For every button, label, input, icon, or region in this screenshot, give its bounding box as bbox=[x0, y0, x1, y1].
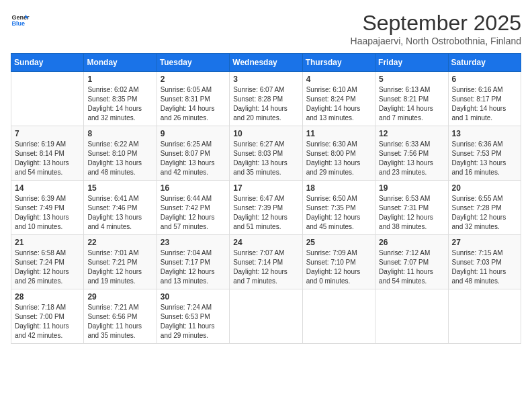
day-info: Sunrise: 7:21 AM Sunset: 6:56 PM Dayligh… bbox=[87, 303, 152, 340]
day-header-monday: Monday bbox=[84, 54, 157, 72]
calendar-cell bbox=[375, 289, 448, 344]
week-row-2: 7Sunrise: 6:19 AM Sunset: 8:14 PM Daylig… bbox=[11, 126, 521, 181]
day-header-thursday: Thursday bbox=[302, 54, 375, 72]
calendar-cell: 26Sunrise: 7:12 AM Sunset: 7:07 PM Dayli… bbox=[375, 235, 448, 289]
day-number: 21 bbox=[15, 238, 80, 247]
calendar-cell: 23Sunrise: 7:04 AM Sunset: 7:17 PM Dayli… bbox=[157, 235, 229, 289]
day-number: 9 bbox=[161, 129, 226, 138]
day-info: Sunrise: 6:07 AM Sunset: 8:28 PM Dayligh… bbox=[233, 85, 298, 123]
day-number: 7 bbox=[15, 129, 80, 138]
calendar-cell bbox=[230, 289, 302, 344]
location-subtitle: Haapajaervi, North Ostrobothnia, Finland bbox=[351, 36, 521, 46]
week-row-5: 28Sunrise: 7:18 AM Sunset: 7:00 PM Dayli… bbox=[11, 289, 521, 344]
day-number: 24 bbox=[233, 238, 298, 247]
day-number: 6 bbox=[452, 75, 517, 84]
svg-text:Blue: Blue bbox=[11, 20, 25, 27]
calendar-cell: 19Sunrise: 6:53 AM Sunset: 7:31 PM Dayli… bbox=[375, 181, 448, 235]
day-number: 14 bbox=[15, 183, 80, 193]
day-info: Sunrise: 6:47 AM Sunset: 7:39 PM Dayligh… bbox=[233, 194, 298, 232]
day-info: Sunrise: 6:10 AM Sunset: 8:24 PM Dayligh… bbox=[306, 85, 371, 123]
calendar-cell: 17Sunrise: 6:47 AM Sunset: 7:39 PM Dayli… bbox=[230, 181, 302, 235]
calendar-cell: 9Sunrise: 6:25 AM Sunset: 8:07 PM Daylig… bbox=[157, 126, 229, 181]
calendar-cell bbox=[302, 289, 375, 344]
day-info: Sunrise: 6:53 AM Sunset: 7:31 PM Dayligh… bbox=[379, 194, 444, 232]
day-number: 8 bbox=[87, 129, 152, 138]
day-number: 19 bbox=[379, 183, 444, 193]
calendar-cell: 5Sunrise: 6:13 AM Sunset: 8:21 PM Daylig… bbox=[375, 72, 448, 126]
day-number: 28 bbox=[15, 292, 80, 302]
day-header-friday: Friday bbox=[375, 54, 448, 72]
calendar-cell: 7Sunrise: 6:19 AM Sunset: 8:14 PM Daylig… bbox=[11, 126, 84, 181]
calendar-cell: 14Sunrise: 6:39 AM Sunset: 7:49 PM Dayli… bbox=[11, 181, 84, 235]
day-info: Sunrise: 6:05 AM Sunset: 8:31 PM Dayligh… bbox=[161, 85, 226, 123]
day-info: Sunrise: 7:18 AM Sunset: 7:00 PM Dayligh… bbox=[15, 303, 80, 340]
day-info: Sunrise: 6:33 AM Sunset: 7:56 PM Dayligh… bbox=[379, 140, 444, 177]
calendar-cell: 13Sunrise: 6:36 AM Sunset: 7:53 PM Dayli… bbox=[448, 126, 521, 181]
day-header-sunday: Sunday bbox=[11, 54, 84, 72]
calendar-cell: 25Sunrise: 7:09 AM Sunset: 7:10 PM Dayli… bbox=[302, 235, 375, 289]
calendar-cell: 1Sunrise: 6:02 AM Sunset: 8:35 PM Daylig… bbox=[84, 72, 157, 126]
day-number: 13 bbox=[452, 129, 517, 138]
day-number: 10 bbox=[233, 129, 298, 138]
day-number: 18 bbox=[306, 183, 371, 193]
day-header-tuesday: Tuesday bbox=[157, 54, 229, 72]
day-info: Sunrise: 6:13 AM Sunset: 8:21 PM Dayligh… bbox=[379, 85, 444, 123]
day-info: Sunrise: 6:39 AM Sunset: 7:49 PM Dayligh… bbox=[15, 194, 80, 232]
calendar-table: SundayMondayTuesdayWednesdayThursdayFrid… bbox=[11, 53, 521, 344]
day-info: Sunrise: 7:01 AM Sunset: 7:21 PM Dayligh… bbox=[87, 248, 152, 286]
logo: General Blue bbox=[11, 11, 30, 30]
day-number: 17 bbox=[233, 183, 298, 193]
calendar-cell: 24Sunrise: 7:07 AM Sunset: 7:14 PM Dayli… bbox=[230, 235, 302, 289]
calendar-cell: 29Sunrise: 7:21 AM Sunset: 6:56 PM Dayli… bbox=[84, 289, 157, 344]
day-number: 25 bbox=[306, 238, 371, 247]
calendar-cell: 22Sunrise: 7:01 AM Sunset: 7:21 PM Dayli… bbox=[84, 235, 157, 289]
day-number: 2 bbox=[161, 75, 226, 84]
calendar-cell: 3Sunrise: 6:07 AM Sunset: 8:28 PM Daylig… bbox=[230, 72, 302, 126]
day-number: 5 bbox=[379, 75, 444, 84]
day-info: Sunrise: 6:41 AM Sunset: 7:46 PM Dayligh… bbox=[87, 194, 152, 232]
calendar-cell: 27Sunrise: 7:15 AM Sunset: 7:03 PM Dayli… bbox=[448, 235, 521, 289]
day-number: 12 bbox=[379, 129, 444, 138]
day-info: Sunrise: 6:16 AM Sunset: 8:17 PM Dayligh… bbox=[452, 85, 517, 123]
page-header: General Blue September 2025 Haapajaervi,… bbox=[11, 11, 521, 46]
calendar-cell bbox=[11, 72, 84, 126]
calendar-cell: 6Sunrise: 6:16 AM Sunset: 8:17 PM Daylig… bbox=[448, 72, 521, 126]
calendar-body: 1Sunrise: 6:02 AM Sunset: 8:35 PM Daylig… bbox=[11, 72, 521, 344]
day-number: 4 bbox=[306, 75, 371, 84]
calendar-cell: 12Sunrise: 6:33 AM Sunset: 7:56 PM Dayli… bbox=[375, 126, 448, 181]
day-number: 26 bbox=[379, 238, 444, 247]
day-number: 3 bbox=[233, 75, 298, 84]
calendar-cell: 20Sunrise: 6:55 AM Sunset: 7:28 PM Dayli… bbox=[448, 181, 521, 235]
day-info: Sunrise: 6:22 AM Sunset: 8:10 PM Dayligh… bbox=[87, 140, 152, 177]
day-header-saturday: Saturday bbox=[448, 54, 521, 72]
day-info: Sunrise: 7:15 AM Sunset: 7:03 PM Dayligh… bbox=[452, 248, 517, 286]
calendar-cell: 2Sunrise: 6:05 AM Sunset: 8:31 PM Daylig… bbox=[157, 72, 229, 126]
calendar-cell: 28Sunrise: 7:18 AM Sunset: 7:00 PM Dayli… bbox=[11, 289, 84, 344]
day-info: Sunrise: 6:02 AM Sunset: 8:35 PM Dayligh… bbox=[87, 85, 152, 123]
calendar-cell: 10Sunrise: 6:27 AM Sunset: 8:03 PM Dayli… bbox=[230, 126, 302, 181]
day-info: Sunrise: 7:24 AM Sunset: 6:53 PM Dayligh… bbox=[161, 303, 226, 340]
month-title: September 2025 bbox=[351, 11, 521, 36]
calendar-cell: 30Sunrise: 7:24 AM Sunset: 6:53 PM Dayli… bbox=[157, 289, 229, 344]
day-info: Sunrise: 7:09 AM Sunset: 7:10 PM Dayligh… bbox=[306, 248, 371, 286]
day-number: 11 bbox=[306, 129, 371, 138]
day-number: 16 bbox=[161, 183, 226, 193]
day-info: Sunrise: 7:12 AM Sunset: 7:07 PM Dayligh… bbox=[379, 248, 444, 286]
day-number: 20 bbox=[452, 183, 517, 193]
day-info: Sunrise: 7:07 AM Sunset: 7:14 PM Dayligh… bbox=[233, 248, 298, 286]
calendar-cell: 8Sunrise: 6:22 AM Sunset: 8:10 PM Daylig… bbox=[84, 126, 157, 181]
title-area: September 2025 Haapajaervi, North Ostrob… bbox=[351, 11, 521, 46]
calendar-cell: 15Sunrise: 6:41 AM Sunset: 7:46 PM Dayli… bbox=[84, 181, 157, 235]
day-number: 27 bbox=[452, 238, 517, 247]
calendar-cell: 21Sunrise: 6:58 AM Sunset: 7:24 PM Dayli… bbox=[11, 235, 84, 289]
week-row-3: 14Sunrise: 6:39 AM Sunset: 7:49 PM Dayli… bbox=[11, 181, 521, 235]
day-info: Sunrise: 7:04 AM Sunset: 7:17 PM Dayligh… bbox=[161, 248, 226, 286]
calendar-cell bbox=[448, 289, 521, 344]
calendar-cell: 11Sunrise: 6:30 AM Sunset: 8:00 PM Dayli… bbox=[302, 126, 375, 181]
day-info: Sunrise: 6:30 AM Sunset: 8:00 PM Dayligh… bbox=[306, 140, 371, 177]
day-info: Sunrise: 6:27 AM Sunset: 8:03 PM Dayligh… bbox=[233, 140, 298, 177]
day-number: 15 bbox=[87, 183, 152, 193]
day-info: Sunrise: 6:50 AM Sunset: 7:35 PM Dayligh… bbox=[306, 194, 371, 232]
calendar-cell: 4Sunrise: 6:10 AM Sunset: 8:24 PM Daylig… bbox=[302, 72, 375, 126]
day-header-wednesday: Wednesday bbox=[230, 54, 302, 72]
